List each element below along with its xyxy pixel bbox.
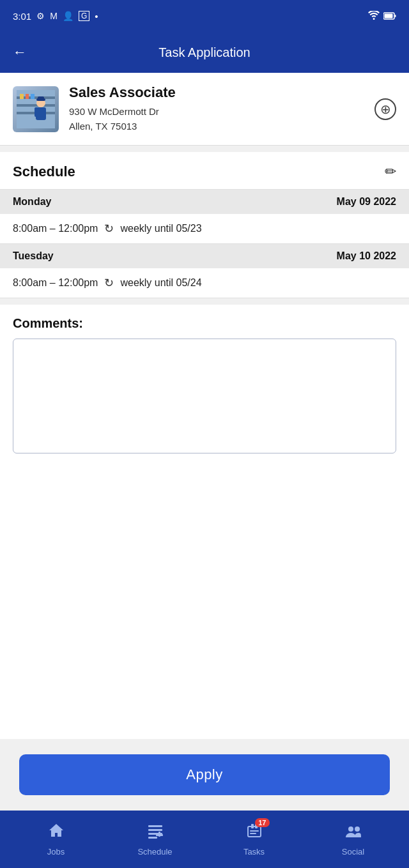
schedule-section: Schedule ✏ Monday May 09 2022 8:00am – 1… — [0, 146, 409, 298]
svg-rect-25 — [250, 830, 259, 832]
mail-icon: M — [50, 11, 58, 21]
gear-icon: ⚙ — [36, 11, 45, 21]
apply-button[interactable]: Apply — [19, 754, 390, 795]
nav-label-tasks: Tasks — [243, 847, 265, 857]
plus-icon: ⊕ — [380, 102, 391, 117]
monday-repeat-text: weekly until 05/23 — [120, 223, 201, 234]
status-right — [368, 11, 396, 22]
svg-rect-1 — [395, 15, 396, 17]
svg-rect-23 — [251, 824, 254, 828]
back-button[interactable]: ← — [13, 44, 27, 61]
job-info: Sales Associate 930 W McDermott Dr Allen… — [69, 84, 364, 133]
monday-date: May 09 2022 — [337, 196, 396, 208]
svg-point-28 — [355, 826, 360, 832]
schedule-header: Schedule ✏ — [0, 152, 409, 190]
nav-label-jobs: Jobs — [47, 847, 65, 857]
svg-rect-17 — [148, 829, 162, 831]
tasks-badge: 17 — [255, 818, 269, 827]
job-image — [13, 86, 59, 132]
status-left: 3:01 ⚙ M 👤 G • — [13, 11, 98, 22]
svg-rect-26 — [250, 833, 256, 834]
home-icon — [47, 822, 65, 844]
tuesday-label: Tuesday — [13, 250, 54, 262]
schedule-title: Schedule — [13, 164, 75, 180]
main-content: Sales Associate 930 W McDermott Dr Allen… — [0, 73, 409, 811]
dot-indicator: • — [95, 11, 98, 22]
svg-point-27 — [348, 826, 353, 832]
tuesday-repeat-icon: ↻ — [104, 276, 114, 290]
monday-repeat-icon: ↻ — [104, 222, 114, 236]
tuesday-repeat-text: weekly until 05/24 — [120, 277, 201, 289]
status-time: 3:01 — [13, 11, 31, 22]
svg-rect-21 — [156, 834, 163, 836]
nav-label-schedule: Schedule — [137, 847, 172, 857]
svg-rect-9 — [31, 94, 35, 99]
battery-icon — [383, 11, 396, 22]
tuesday-time-range: 8:00am – 12:00pm — [13, 277, 98, 289]
monday-time-range: 8:00am – 12:00pm — [13, 223, 98, 234]
job-address: 930 W McDermott Dr Allen, TX 75013 — [69, 105, 364, 133]
svg-rect-7 — [20, 94, 24, 99]
monday-time-row: 8:00am – 12:00pm ↻ weekly until 05/23 — [0, 214, 409, 244]
nav-item-tasks[interactable]: 17 Tasks — [204, 822, 304, 857]
tuesday-date: May 10 2022 — [337, 250, 396, 262]
comments-section: Comments: — [0, 305, 409, 739]
schedule-icon — [146, 822, 164, 844]
job-card: Sales Associate 930 W McDermott Dr Allen… — [0, 73, 409, 146]
nav-label-social: Social — [342, 847, 364, 857]
gboard-icon: G — [79, 11, 89, 21]
bottom-nav: Jobs Schedule 17 Ta — [0, 811, 409, 868]
comments-label: Comments: — [13, 316, 396, 331]
wifi-icon — [368, 11, 380, 22]
apply-section: Apply — [0, 739, 409, 811]
monday-row: Monday May 09 2022 — [0, 190, 409, 214]
svg-rect-13 — [40, 107, 43, 117]
svg-rect-12 — [35, 107, 38, 117]
nav-item-jobs[interactable]: Jobs — [6, 822, 105, 857]
edit-icon[interactable]: ✏ — [385, 164, 396, 180]
add-button[interactable]: ⊕ — [374, 98, 396, 120]
tuesday-time-row: 8:00am – 12:00pm ↻ weekly until 05/24 — [0, 268, 409, 298]
svg-rect-8 — [26, 94, 29, 99]
social-icon — [344, 822, 362, 844]
monday-label: Monday — [13, 196, 51, 208]
tasks-icon: 17 — [245, 822, 263, 844]
comments-textarea[interactable] — [13, 339, 396, 453]
tuesday-row: Tuesday May 10 2022 — [0, 244, 409, 268]
page-title: Task Application — [40, 45, 369, 60]
status-bar: 3:01 ⚙ M 👤 G • — [0, 0, 409, 32]
job-title: Sales Associate — [69, 84, 364, 101]
nav-item-schedule[interactable]: Schedule — [105, 822, 204, 857]
svg-rect-16 — [148, 825, 162, 827]
nav-item-social[interactable]: Social — [304, 822, 403, 857]
svg-rect-19 — [148, 837, 157, 839]
svg-rect-5 — [17, 104, 55, 107]
svg-rect-15 — [38, 96, 44, 100]
svg-rect-2 — [385, 13, 393, 18]
profile-icon: 👤 — [63, 11, 73, 21]
top-nav-bar: ← Task Application — [0, 32, 409, 73]
